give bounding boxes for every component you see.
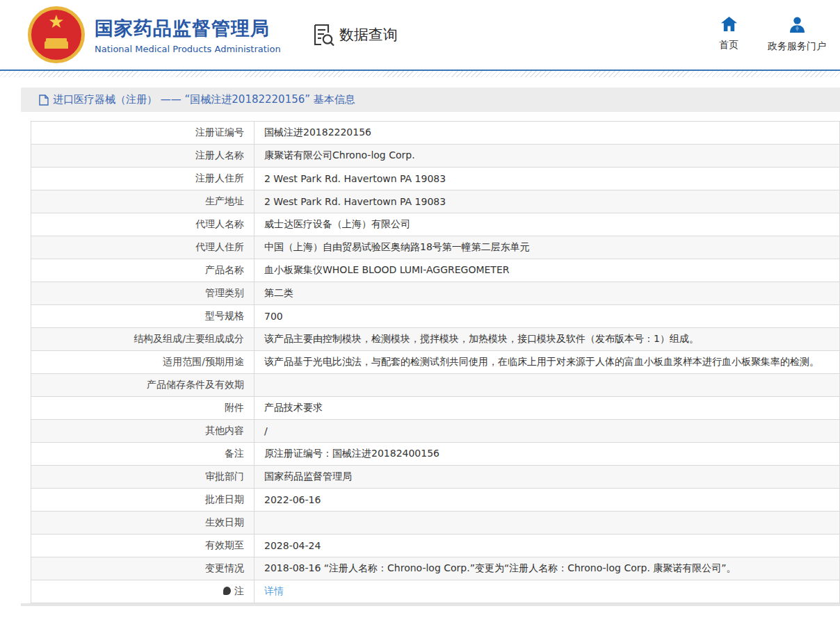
row-value: 原注册证编号：国械注进20182400156 <box>255 443 840 466</box>
row-label: 代理人住所 <box>31 236 255 259</box>
table-row: 代理人住所 中国（上海）自由贸易试验区奥纳路18号第一幢第二层东单元 <box>31 236 840 259</box>
row-value <box>255 512 840 535</box>
site-header: 国家药品监督管理局 National Medical Products Admi… <box>0 0 840 70</box>
row-value: 详情 <box>255 580 840 603</box>
row-label: 注 <box>31 580 255 603</box>
row-value: 第二类 <box>255 282 840 305</box>
row-label: 备注 <box>31 443 255 466</box>
row-value <box>255 374 840 397</box>
row-label: 产品储存条件及有效期 <box>31 374 255 397</box>
row-label: 审批部门 <box>31 466 255 489</box>
table-row: 注册证编号 国械注进20182220156 <box>31 122 840 145</box>
row-value: 康聚诺有限公司Chrono-log Corp. <box>255 145 840 168</box>
document-icon <box>39 95 49 106</box>
main-content: 进口医疗器械（注册） —— “国械注进20182220156” 基本信息 注册证… <box>0 88 840 603</box>
row-value: 产品技术要求 <box>255 397 840 420</box>
row-label: 代理人名称 <box>31 213 255 236</box>
row-value: 2022-06-16 <box>255 489 840 512</box>
page-title-bar: 进口医疗器械（注册） —— “国械注进20182220156” 基本信息 <box>21 88 840 112</box>
nmpa-logo: 国家药品监督管理局 National Medical Products Admi… <box>28 6 281 63</box>
home-icon <box>721 17 737 33</box>
table-row: 型号规格 700 <box>31 305 840 328</box>
row-label: 注册人名称 <box>31 145 255 168</box>
row-value: / <box>255 420 840 443</box>
table-row: 注册人名称 康聚诺有限公司Chrono-log Corp. <box>31 145 840 168</box>
table-row: 代理人名称 威士达医疗设备（上海）有限公司 <box>31 213 840 236</box>
table-row: 生效日期 <box>31 512 840 535</box>
nav-data-query[interactable]: 数据查询 <box>313 24 398 47</box>
row-label: 产品名称 <box>31 259 255 282</box>
table-row: 生产地址 2 West Park Rd. Havertown PA 19083 <box>31 190 840 213</box>
row-value: 威士达医疗设备（上海）有限公司 <box>255 213 840 236</box>
table-row: 审批部门 国家药品监督管理局 <box>31 466 840 489</box>
row-label: 适用范围/预期用途 <box>31 351 255 374</box>
table-row: 注 详情 <box>31 580 840 603</box>
header-hatch-band <box>0 71 840 77</box>
home-link[interactable]: 首页 <box>719 17 738 53</box>
row-label: 管理类别 <box>31 282 255 305</box>
portal-link[interactable]: 政务服务门户 <box>768 17 826 53</box>
row-value: 2018-08-16 “注册人名称：Chrono-log Corp.”变更为“注… <box>255 557 840 580</box>
table-row: 有效期至 2028-04-24 <box>31 535 840 557</box>
row-label: 生效日期 <box>31 512 255 535</box>
table-row: 批准日期 2022-06-16 <box>31 489 840 512</box>
nav-data-query-label: 数据查询 <box>339 25 398 44</box>
table-row: 产品名称 血小板聚集仪WHOLE BLOOD LUMI-AGGREGOMETER <box>31 259 840 282</box>
table-row: 适用范围/预期用途 该产品基于光电比浊法，与配套的检测试剂共同使用，在临床上用于… <box>31 351 840 374</box>
row-label: 生产地址 <box>31 190 255 213</box>
data-query-icon <box>313 24 334 47</box>
row-label: 注册证编号 <box>31 122 255 145</box>
row-value: 国械注进20182220156 <box>255 122 840 145</box>
row-label: 结构及组成/主要组成成分 <box>31 328 255 351</box>
table-row: 附件 产品技术要求 <box>31 397 840 420</box>
row-value: 2 West Park Rd. Havertown PA 19083 <box>255 190 840 213</box>
row-label: 变更情况 <box>31 557 255 580</box>
row-value: 该产品主要由控制模块，检测模块，搅拌模块，加热模块，接口模块及软件（发布版本号：… <box>255 328 840 351</box>
row-label: 附件 <box>31 397 255 420</box>
row-value: 国家药品监督管理局 <box>255 466 840 489</box>
org-name-en: National Medical Products Administration <box>95 44 281 54</box>
table-row: 备注 原注册证编号：国械注进20182400156 <box>31 443 840 466</box>
table-row: 结构及组成/主要组成成分 该产品主要由控制模块，检测模块，搅拌模块，加热模块，接… <box>31 328 840 351</box>
row-label: 有效期至 <box>31 535 255 557</box>
person-icon <box>789 17 806 35</box>
row-label: 型号规格 <box>31 305 255 328</box>
table-row: 注册人住所 2 West Park Rd. Havertown PA 19083 <box>31 168 840 190</box>
page-title: 进口医疗器械（注册） —— “国械注进20182220156” 基本信息 <box>53 93 355 106</box>
table-row: 产品储存条件及有效期 <box>31 374 840 397</box>
row-value: 该产品基于光电比浊法，与配套的检测试剂共同使用，在临床上用于对来源于人体的富血小… <box>255 351 840 374</box>
home-label: 首页 <box>719 39 738 51</box>
row-value: 2028-04-24 <box>255 535 840 557</box>
row-value: 700 <box>255 305 840 328</box>
table-row: 其他内容 / <box>31 420 840 443</box>
table-row: 管理类别 第二类 <box>31 282 840 305</box>
row-value: 血小板聚集仪WHOLE BLOOD LUMI-AGGREGOMETER <box>255 259 840 282</box>
row-label: 批准日期 <box>31 489 255 512</box>
header-quick-links: 首页 政务服务门户 <box>719 17 840 53</box>
row-label: 其他内容 <box>31 420 255 443</box>
detail-link[interactable]: 详情 <box>264 585 284 596</box>
row-value: 中国（上海）自由贸易试验区奥纳路18号第一幢第二层东单元 <box>255 236 840 259</box>
national-emblem-icon <box>28 6 85 63</box>
org-name-cn: 国家药品监督管理局 <box>95 16 281 41</box>
table-row: 变更情况 2018-08-16 “注册人名称：Chrono-log Corp.”… <box>31 557 840 580</box>
note-bulb-icon <box>223 587 231 595</box>
registration-info-table: 注册证编号 国械注进20182220156 注册人名称 康聚诺有限公司Chron… <box>31 121 840 603</box>
portal-label: 政务服务门户 <box>768 40 826 53</box>
row-value: 2 West Park Rd. Havertown PA 19083 <box>255 168 840 190</box>
bottom-strip <box>21 603 840 606</box>
row-label: 注册人住所 <box>31 168 255 190</box>
